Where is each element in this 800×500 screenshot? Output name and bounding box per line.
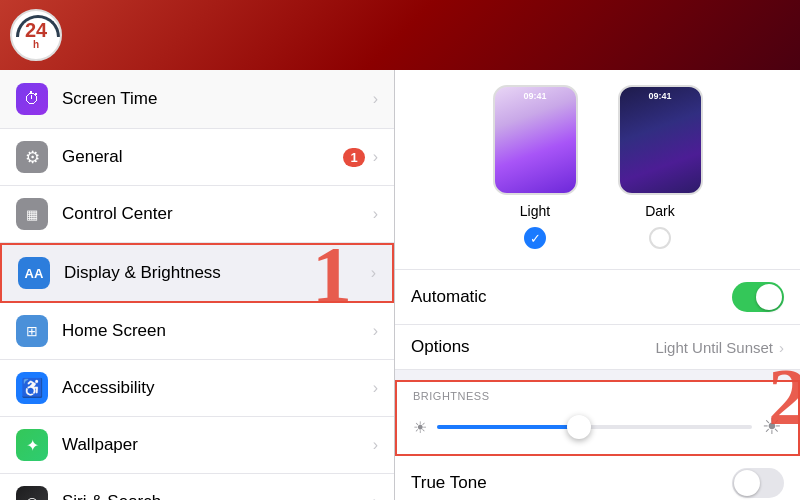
light-mode-preview: 09:41: [493, 85, 578, 195]
accessibility-label: Accessibility: [62, 378, 373, 398]
siri-label: Siri & Search: [62, 492, 373, 500]
light-mode-label: Light: [520, 203, 550, 219]
general-icon: ⚙: [16, 141, 48, 173]
light-phone-time: 09:41: [495, 91, 576, 101]
sidebar-item-general[interactable]: ⚙ General 1 ›: [0, 129, 394, 186]
toggle-knob: [756, 284, 782, 310]
automatic-row: Automatic: [395, 270, 800, 325]
logo-h: h: [33, 40, 39, 50]
dark-mode-preview: 09:41: [618, 85, 703, 195]
step-number-1: 1: [312, 230, 352, 321]
step-number-2: 2: [768, 352, 800, 443]
light-mode-check[interactable]: ✓: [524, 227, 546, 249]
sidebar-item-display-brightness[interactable]: AA Display & Brightness › 1: [0, 243, 394, 303]
settings-list: ⏱ Screen Time › ⚙ General 1 › ▦ Control …: [0, 70, 394, 500]
screen-time-icon: ⏱: [16, 83, 48, 115]
brightness-slider[interactable]: [437, 425, 752, 429]
dark-phone-time: 09:41: [620, 91, 701, 101]
right-panel: 09:41 Light ✓ 09:41 Dark Automatic Optio…: [395, 70, 800, 500]
chevron-icon: ›: [373, 322, 378, 340]
brightness-section: BRIGHTNESS ☀ ☀ 2: [395, 380, 800, 456]
section-divider: [395, 370, 800, 378]
control-center-icon: ▦: [16, 198, 48, 230]
left-panel: ⏱ Screen Time › ⚙ General 1 › ▦ Control …: [0, 70, 395, 500]
options-value: Light Until Sunset: [655, 339, 773, 356]
dark-mode-card[interactable]: 09:41 Dark: [618, 85, 703, 249]
main-content: ⏱ Screen Time › ⚙ General 1 › ▦ Control …: [0, 70, 800, 500]
slider-thumb: [567, 415, 591, 439]
true-tone-toggle[interactable]: [732, 468, 784, 498]
sidebar-item-siri[interactable]: ◎ Siri & Search ›: [0, 474, 394, 500]
chevron-icon: ›: [373, 90, 378, 108]
chevron-icon: ›: [373, 205, 378, 223]
options-label: Options: [411, 337, 655, 357]
chevron-icon: ›: [373, 436, 378, 454]
home-screen-label: Home Screen: [62, 321, 373, 341]
sun-small-icon: ☀: [413, 418, 427, 437]
options-row[interactable]: Options Light Until Sunset ›: [395, 325, 800, 370]
true-tone-label: True Tone: [411, 473, 732, 493]
accessibility-icon: ♿: [16, 372, 48, 404]
chevron-icon: ›: [373, 379, 378, 397]
true-tone-knob: [734, 470, 760, 496]
wallpaper-icon: ✦: [16, 429, 48, 461]
sidebar-item-accessibility[interactable]: ♿ Accessibility ›: [0, 360, 394, 417]
dark-mode-check[interactable]: [649, 227, 671, 249]
chevron-icon: ›: [373, 493, 378, 500]
chevron-icon: ›: [371, 264, 376, 282]
chevron-icon: ›: [373, 148, 378, 166]
sidebar-item-wallpaper[interactable]: ✦ Wallpaper ›: [0, 417, 394, 474]
brightness-header: BRIGHTNESS: [397, 382, 798, 406]
sidebar-item-screen-time[interactable]: ⏱ Screen Time ›: [0, 70, 394, 129]
wallpaper-label: Wallpaper: [62, 435, 373, 455]
logo: 24 h: [10, 9, 62, 61]
dark-mode-label: Dark: [645, 203, 675, 219]
control-center-label: Control Center: [62, 204, 373, 224]
screen-time-label: Screen Time: [62, 89, 373, 109]
appearance-section: 09:41 Light ✓ 09:41 Dark: [395, 70, 800, 270]
light-mode-card[interactable]: 09:41 Light ✓: [493, 85, 578, 249]
general-badge: 1: [343, 148, 364, 167]
automatic-toggle[interactable]: [732, 282, 784, 312]
true-tone-row: True Tone: [395, 456, 800, 500]
top-bar: 24 h: [0, 0, 800, 70]
home-screen-icon: ⊞: [16, 315, 48, 347]
siri-icon: ◎: [16, 486, 48, 500]
brightness-slider-row: ☀ ☀: [397, 406, 798, 454]
general-label: General: [62, 147, 343, 167]
slider-fill: [437, 425, 579, 429]
automatic-label: Automatic: [411, 287, 732, 307]
display-icon: AA: [18, 257, 50, 289]
